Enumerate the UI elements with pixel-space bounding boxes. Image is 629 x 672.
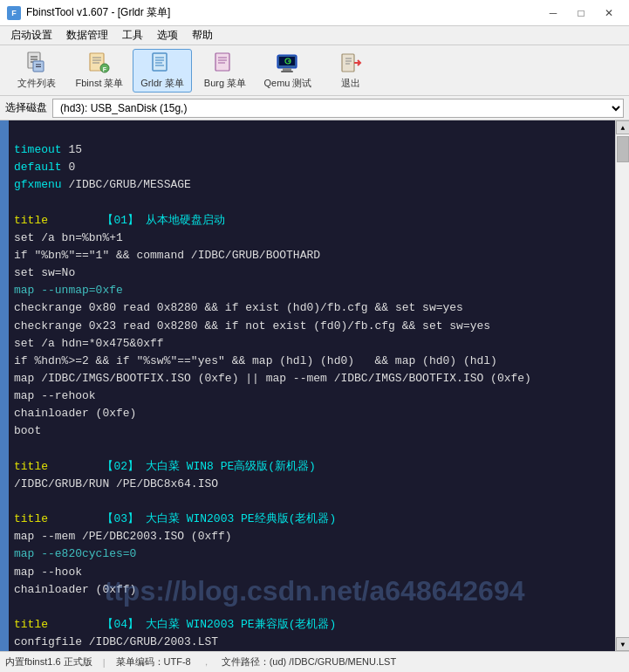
code-line (14, 599, 610, 616)
svg-rect-23 (279, 57, 295, 65)
burg-menu-button[interactable]: Burg 菜单 (195, 49, 255, 93)
code-editor[interactable]: timeout 15default 0gfxmenu /IDBC/GRUB/ME… (9, 120, 615, 651)
file-list-label: 文件列表 (17, 77, 56, 90)
code-line: if %hdn%>=2 && if "%sw%"=="yes" && map (… (14, 353, 610, 370)
disk-selector-bar: 选择磁盘 (hd3): USB_SanDisk (15g,) (0, 96, 629, 120)
title-bar-text: FbinstTool v1.607 - [Grldr 菜单] (26, 5, 170, 20)
qemu-icon (276, 51, 300, 75)
grldr-icon (150, 51, 174, 75)
code-line (14, 124, 610, 141)
code-line: map --rehook (14, 387, 610, 405)
exit-label: 退出 (341, 77, 360, 90)
burg-icon (213, 51, 237, 75)
svg-rect-25 (281, 71, 293, 72)
status-version: 内置fbinst1.6 正式版 (5, 655, 92, 669)
scrollbar[interactable]: ▲ ▼ (615, 120, 629, 651)
minimize-button[interactable]: ─ (540, 4, 566, 22)
menu-tools[interactable]: 工具 (115, 26, 150, 45)
code-line: chainloader (0xff) (14, 581, 610, 599)
code-line: checkrange 0x80 read 0x8280 && if exist … (14, 299, 610, 317)
code-line: title 【04】 大白菜 WIN2003 PE兼容版(老机器) (14, 616, 610, 634)
status-filepath: 文件路径：(ud) /IDBC/GRUB/MENU.LST (222, 655, 396, 669)
qemu-test-label: Qemu 测试 (263, 77, 311, 90)
code-line: title 【03】 大白菜 WIN2003 PE经典版(老机器) (14, 511, 610, 528)
scroll-thumb[interactable] (617, 136, 629, 162)
code-line: set sw=No (14, 264, 610, 282)
exit-icon (338, 51, 363, 75)
close-button[interactable]: ✕ (596, 4, 622, 22)
code-line: map /IDBC/IMGS/BOOTFIX.ISO (0xfe) || map… (14, 370, 610, 387)
code-line: map --e820cycles=0 (14, 545, 610, 563)
status-bar: 内置fbinst1.6 正式版 | 菜单编码：UTF-8 ， 文件路径：(ud)… (0, 651, 629, 672)
scroll-up[interactable]: ▲ (616, 120, 629, 134)
menu-bar: 启动设置 数据管理 工具 选项 帮助 (0, 26, 629, 45)
status-divider-2: ， (202, 655, 211, 669)
code-line (14, 195, 610, 212)
scroll-down[interactable]: ▼ (616, 637, 629, 651)
exit-button[interactable]: 退出 (321, 49, 380, 93)
maximize-button[interactable]: □ (568, 4, 594, 22)
code-line: set /a hdn=*0x475&0xff (14, 335, 610, 353)
status-encoding: 菜单编码：UTF-8 (116, 655, 191, 669)
menu-data[interactable]: 数据管理 (59, 26, 115, 45)
left-indicator (0, 120, 9, 651)
window-controls: ─ □ ✕ (540, 4, 622, 22)
grldr-menu-button[interactable]: Grldr 菜单 (133, 49, 192, 93)
status-divider-1: | (103, 657, 106, 668)
disk-selector-label: 选择磁盘 (5, 100, 47, 115)
app-icon: F (7, 6, 21, 20)
code-line: /IDBC/GRUB/RUN /PE/DBC8x64.ISO (14, 476, 610, 493)
burg-menu-label: Burg 菜单 (204, 77, 246, 90)
file-list-button[interactable]: 文件列表 (7, 49, 66, 93)
qemu-test-button[interactable]: Qemu 测试 (258, 49, 318, 93)
main-area: timeout 15default 0gfxmenu /IDBC/GRUB/ME… (0, 120, 629, 651)
code-line: boot (14, 422, 610, 440)
fbinst-menu-label: Fbinst 菜单 (75, 77, 123, 90)
code-line: map --unmap=0xfe (14, 282, 610, 299)
disk-selector-dropdown[interactable]: (hd3): USB_SanDisk (15g,) (52, 99, 624, 118)
code-line: map --hook (14, 564, 610, 581)
code-line: timeout 15 (14, 141, 610, 159)
code-line: chainloader (0xfe) (14, 405, 610, 422)
svg-text:F: F (103, 66, 107, 72)
grldr-menu-label: Grldr 菜单 (140, 77, 184, 90)
fbinst-menu-button[interactable]: F Fbinst 菜单 (70, 49, 129, 93)
menu-options[interactable]: 选项 (150, 26, 185, 45)
code-line: configfile /IDBC/GRUB/2003.LST (14, 634, 610, 651)
code-line (14, 441, 610, 458)
code-line: gfxmenu /IDBC/GRUB/MESSAGE (14, 176, 610, 194)
file-list-icon (24, 51, 49, 75)
code-line: set /a bn=%bn%+1 (14, 230, 610, 247)
menu-startup[interactable]: 启动设置 (3, 26, 59, 45)
code-line: default 0 (14, 159, 610, 176)
menu-help[interactable]: 帮助 (185, 26, 220, 45)
fbinst-icon: F (87, 51, 112, 75)
code-line (14, 493, 610, 511)
code-line: checkrange 0x23 read 0x8280 && if not ex… (14, 318, 610, 335)
svg-rect-18 (215, 53, 229, 71)
code-line: if "%bn%"=="1" && command /IDBC/GRUB/BOO… (14, 247, 610, 264)
title-bar: F FbinstTool v1.607 - [Grldr 菜单] ─ □ ✕ (0, 0, 629, 26)
toolbar: 文件列表 F Fbinst 菜单 Grldr 菜单 (0, 45, 629, 96)
code-line: title 【01】 从本地硬盘启动 (14, 212, 610, 230)
code-line: map --mem /PE/DBC2003.ISO (0xff) (14, 528, 610, 545)
svg-rect-24 (283, 68, 291, 71)
scroll-track[interactable] (616, 134, 629, 637)
svg-rect-28 (342, 54, 354, 72)
code-line: title 【02】 大白菜 WIN8 PE高级版(新机器) (14, 458, 610, 476)
svg-rect-13 (153, 53, 167, 71)
